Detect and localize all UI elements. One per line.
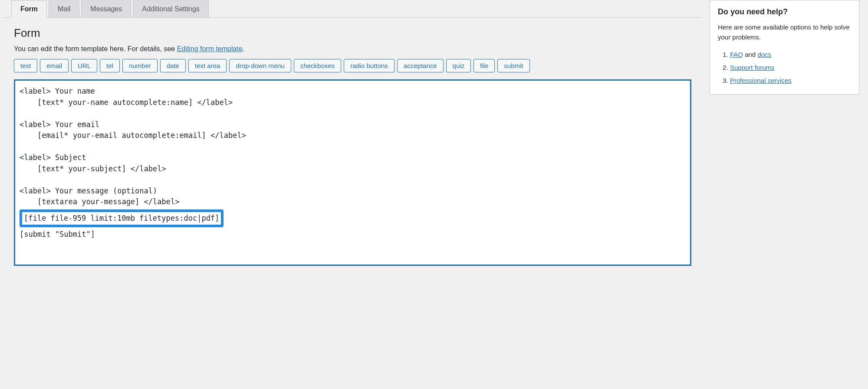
desc-prefix: You can edit the form template here. For… [14, 45, 177, 52]
tag-date-button[interactable]: date [160, 59, 186, 72]
tag-file-button[interactable]: file [473, 59, 495, 72]
help-item-faq: FAQ and docs [730, 48, 851, 61]
code-after: [submit "Submit"] [20, 230, 95, 239]
tag-radio-button[interactable]: radio buttons [344, 59, 395, 72]
desc-suffix: . [243, 45, 244, 52]
form-template-editor[interactable]: <label> Your name [text* your-name autoc… [14, 79, 691, 266]
docs-link[interactable]: docs [757, 51, 771, 58]
sidebar: Do you need help? Here are some availabl… [710, 0, 859, 275]
editing-form-template-link[interactable]: Editing form template [177, 45, 243, 52]
tag-url-button[interactable]: URL [71, 59, 97, 72]
help-item-middle: and [743, 51, 757, 58]
help-item-professional: Professional services [730, 74, 851, 87]
tab-mail[interactable]: Mail [49, 0, 79, 18]
tag-number-button[interactable]: number [122, 59, 158, 72]
help-box: Do you need help? Here are some availabl… [710, 0, 859, 95]
code-before: <label> Your name [text* your-name autoc… [20, 87, 246, 206]
form-panel: Form You can edit the form template here… [4, 17, 701, 275]
tag-email-button[interactable]: email [40, 59, 69, 72]
help-desc: Here are some available options to help … [718, 23, 851, 42]
tag-text-button[interactable]: text [14, 59, 37, 72]
tag-dropdown-button[interactable]: drop-down menu [229, 59, 291, 72]
tag-submit-button[interactable]: submit [497, 59, 529, 72]
help-list: FAQ and docs Support forums Professional… [718, 48, 851, 87]
help-item-support: Support forums [730, 61, 851, 74]
file-tag-highlight: [file file-959 limit:10mb filetypes:doc|… [20, 209, 224, 228]
faq-link[interactable]: FAQ [730, 51, 743, 58]
tag-checkboxes-button[interactable]: checkboxes [294, 59, 341, 72]
tab-messages[interactable]: Messages [81, 0, 131, 18]
panel-heading: Form [14, 26, 691, 40]
tag-textarea-button[interactable]: text area [188, 59, 227, 72]
tag-quiz-button[interactable]: quiz [446, 59, 471, 72]
tabs-bar: Form Mail Messages Additional Settings [11, 0, 701, 17]
support-forums-link[interactable]: Support forums [730, 64, 775, 71]
tag-acceptance-button[interactable]: acceptance [397, 59, 444, 72]
panel-desc: You can edit the form template here. For… [14, 45, 691, 53]
tag-tel-button[interactable]: tel [100, 59, 120, 72]
help-title: Do you need help? [718, 7, 851, 16]
tag-button-row: text email URL tel number date text area… [14, 59, 691, 72]
professional-services-link[interactable]: Professional services [730, 77, 792, 84]
tab-form[interactable]: Form [11, 0, 47, 18]
code-highlight-text: [file file-959 limit:10mb filetypes:doc|… [24, 214, 219, 222]
tab-additional-settings[interactable]: Additional Settings [133, 0, 209, 18]
